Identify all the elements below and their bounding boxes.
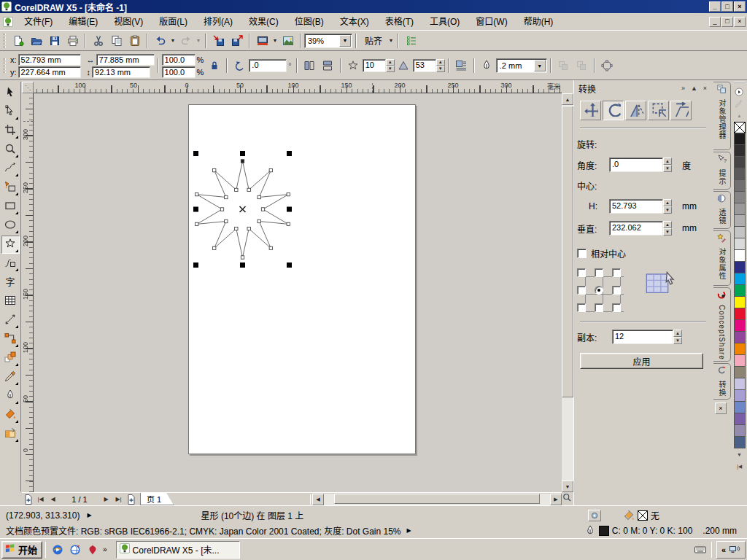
ellipse-tool[interactable] [1, 217, 20, 235]
star-node[interactable] [269, 246, 272, 249]
menu-item-edit[interactable]: 编辑(E) [61, 14, 106, 30]
palette-swatch[interactable] [734, 390, 746, 402]
anchor-checkbox[interactable] [612, 286, 621, 295]
table-tool[interactable] [1, 292, 20, 311]
close-button[interactable]: × [734, 1, 746, 12]
star-node[interactable] [235, 188, 238, 191]
network-icon[interactable] [729, 544, 740, 556]
document-icon[interactable] [3, 17, 13, 27]
angle-field[interactable]: .0 ▲▼ [609, 158, 672, 172]
palette-swatch[interactable] [734, 157, 746, 168]
palette-swatch[interactable] [734, 145, 746, 157]
anchor-point-grid[interactable] [577, 268, 625, 314]
star-node[interactable] [196, 192, 198, 195]
blend-tool[interactable] [1, 349, 20, 368]
star-shape[interactable] [34, 93, 562, 492]
position-transform-button[interactable] [580, 101, 601, 120]
selection-handle[interactable] [287, 151, 292, 156]
next-page-button[interactable]: ▶ [100, 494, 112, 505]
star-node[interactable] [247, 188, 250, 191]
open-button[interactable] [27, 32, 45, 49]
center-h-field[interactable]: 52.793 ▲▼ [609, 199, 672, 214]
palette-swatch[interactable] [734, 332, 746, 343]
paste-button[interactable] [125, 32, 144, 49]
selection-handle[interactable] [287, 262, 292, 268]
selection-handle[interactable] [240, 262, 245, 268]
add-page-button[interactable] [22, 494, 34, 505]
wrap-text-button[interactable] [452, 58, 471, 74]
convert-to-curves-button[interactable] [598, 58, 616, 74]
browser-quicklaunch-icon[interactable] [66, 541, 84, 559]
zoom-tool[interactable] [1, 141, 20, 159]
pick-tool[interactable] [1, 84, 20, 102]
rotate-transform-button[interactable] [603, 101, 624, 120]
palette-swatch[interactable] [734, 297, 746, 308]
hscroll-thumb[interactable] [334, 494, 540, 504]
palette-swatch[interactable] [734, 285, 746, 297]
vertical-scrollbar[interactable]: ▲ ▼ [562, 93, 573, 492]
palette-expand-button[interactable]: |◀ [733, 461, 746, 472]
wrap-behind-button[interactable] [554, 58, 573, 74]
selection-handle[interactable] [193, 207, 198, 212]
menu-item-layout[interactable]: 版面(L) [151, 14, 196, 30]
copies-field[interactable]: 12 ▲▼ [612, 330, 682, 344]
palette-swatch[interactable] [734, 250, 746, 262]
scroll-up-button[interactable]: ▲ [562, 93, 573, 105]
input-method-icon[interactable] [694, 544, 707, 556]
star-node[interactable] [241, 160, 244, 163]
first-page-button[interactable]: |◀ [34, 494, 47, 505]
launcher-dropdown[interactable]: ▼ [271, 32, 279, 49]
welcome-screen-button[interactable] [279, 32, 297, 49]
menu-item-help[interactable]: 帮助(H) [516, 14, 562, 30]
toolbar-grip[interactable] [4, 34, 6, 48]
scale-v-field[interactable]: 100.0 [162, 66, 196, 78]
palette-swatch[interactable] [734, 320, 746, 332]
palette-swatch[interactable] [734, 262, 746, 273]
undo-dropdown[interactable]: ▼ [169, 32, 177, 49]
copies-spinner[interactable]: ▲▼ [673, 330, 682, 344]
anchor-checkbox[interactable] [577, 268, 586, 277]
minimize-button[interactable]: _ [709, 1, 721, 12]
star-node[interactable] [196, 222, 198, 225]
anchor-center-radio[interactable] [595, 286, 603, 295]
tabstrip-close-button[interactable]: × [715, 402, 727, 414]
object-height-field[interactable]: 92.13 mm [92, 66, 150, 78]
palette-swatch[interactable] [734, 192, 746, 203]
scale-mirror-transform-button[interactable] [625, 101, 646, 120]
palette-swatch[interactable] [734, 238, 746, 250]
interactive-fill-tool[interactable] [1, 425, 20, 443]
star-tool[interactable] [1, 236, 20, 254]
star-node[interactable] [213, 246, 216, 249]
relative-center-checkbox[interactable] [577, 249, 587, 258]
zoom-level-combo[interactable]: 39% ▼ [304, 34, 352, 48]
palette-eyedropper-icon[interactable] [733, 98, 746, 109]
anchor-checkbox[interactable] [595, 303, 603, 312]
palette-swatch[interactable] [734, 273, 746, 285]
previous-page-button[interactable]: ◀ [47, 494, 59, 505]
star-node[interactable] [225, 219, 228, 222]
hscroll-track[interactable] [324, 494, 550, 505]
star-node[interactable] [235, 227, 238, 230]
dimension-tool[interactable] [1, 311, 20, 330]
palette-swatch[interactable] [734, 168, 746, 180]
palette-swatch[interactable] [734, 402, 746, 413]
vertical-ruler[interactable]: 300250200150100500 [22, 93, 34, 492]
menu-item-text[interactable]: 文本(X) [332, 14, 377, 30]
horizontal-ruler[interactable]: 毫米 10050050100150200250300 [34, 82, 562, 93]
object-width-field[interactable]: 77.885 mm [96, 54, 155, 66]
palette-swatch[interactable] [734, 227, 746, 238]
anchor-checkbox[interactable] [612, 303, 621, 312]
star-node[interactable] [258, 219, 260, 222]
redo-button[interactable] [177, 32, 195, 49]
palette-swatch[interactable] [734, 378, 746, 390]
cut-button[interactable] [89, 32, 107, 49]
freehand-tool[interactable] [1, 160, 20, 178]
center-v-spinner[interactable]: ▲▼ [663, 221, 672, 236]
anchor-checkbox[interactable] [612, 268, 621, 277]
lock-ratio-button[interactable] [205, 58, 223, 74]
propbar-grip[interactable] [4, 58, 6, 73]
menu-item-tools[interactable]: 工具(O) [422, 14, 468, 30]
star-node[interactable] [247, 227, 250, 230]
center-h-spinner[interactable]: ▲▼ [663, 199, 672, 214]
anchor-checkbox[interactable] [577, 303, 586, 312]
